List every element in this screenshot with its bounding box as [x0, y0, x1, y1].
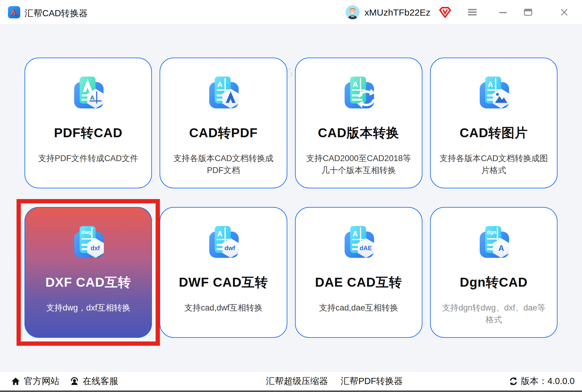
pdf-to-cad-icon: A — [70, 74, 107, 111]
super-compressor-link[interactable]: 汇帮超级压缩器 — [266, 372, 328, 391]
svg-text:dAE: dAE — [360, 245, 372, 251]
minimize-button[interactable] — [497, 7, 508, 18]
main-area: 1765394957 A PDF转CAD 支持PDF文件转成CAD文件 — [0, 24, 582, 371]
window-bottom-edge — [0, 390, 582, 392]
card-title: CAD转PDF — [160, 124, 286, 141]
menu-button[interactable] — [467, 7, 478, 18]
super-compressor-label: 汇帮超级压缩器 — [266, 375, 328, 387]
svg-text:dwf: dwf — [225, 245, 235, 251]
card-title: PDF转CAD — [25, 124, 151, 141]
cad-to-pdf-icon: A — [205, 74, 242, 111]
close-button[interactable] — [559, 7, 570, 18]
card-dgn-to-cad[interactable]: dgn A Dgn转CAD 支持dgn转dwg、dxf、dae等格式 — [430, 207, 557, 338]
pdf-converter-label: 汇帮PDF转换器 — [341, 375, 403, 387]
card-subtitle: 支持各版本CAD文档转换成图片格式 — [431, 153, 557, 176]
pdf-converter-link[interactable]: 汇帮PDF转换器 — [341, 372, 403, 391]
card-subtitle: 支持各版本CAD文档转换成PDF文档 — [160, 153, 286, 176]
card-subtitle: 支持cad,dae互相转换 — [296, 302, 422, 314]
svg-text:A: A — [217, 80, 222, 89]
dxf-cad-convert-icon: dwg dxf — [70, 224, 107, 260]
svg-text:A: A — [488, 80, 493, 89]
svg-text:A: A — [90, 94, 94, 101]
dae-cad-convert-icon: A dAE — [340, 224, 377, 260]
svg-text:A: A — [217, 230, 222, 238]
svg-text:A: A — [498, 243, 504, 253]
svg-text:dwg: dwg — [81, 229, 92, 235]
card-dxf-cad-convert[interactable]: dwg dxf DXF CAD互转 支持dwg，dxf互相转换 — [25, 207, 152, 338]
version-check[interactable]: 版本：4.0.0.0 — [509, 372, 575, 391]
app-title: 汇帮CAD转换器 — [25, 7, 88, 20]
svg-text:dgn: dgn — [487, 229, 496, 235]
app-logo-icon: A — [8, 6, 20, 18]
home-icon — [11, 377, 20, 386]
username[interactable]: xMUzhTFb22Ez — [365, 7, 430, 18]
svg-text:A: A — [353, 230, 358, 238]
card-title: CAD版本转换 — [296, 124, 422, 141]
official-website-label: 官方网站 — [24, 375, 59, 387]
svg-text:A: A — [353, 80, 358, 89]
user-avatar[interactable] — [346, 5, 360, 19]
card-title: Dgn转CAD — [431, 274, 557, 291]
official-website-link[interactable]: 官方网站 — [11, 372, 59, 391]
dgn-to-cad-icon: dgn A — [475, 224, 512, 260]
card-title: DAE CAD互转 — [296, 274, 422, 291]
card-dae-cad-convert[interactable]: A dAE DAE CAD互转 支持cad,dae互相转换 — [295, 207, 422, 338]
card-subtitle: 支持dgn转dwg、dxf、dae等格式 — [431, 302, 557, 326]
card-title: CAD转图片 — [431, 124, 557, 141]
card-cad-version-convert[interactable]: A CAD版本转换 支持CAD2000至CAD2018等几十个版本互相转换 — [295, 58, 422, 188]
title-bar: A 汇帮CAD转换器 xMUzhTFb22Ez — [0, 0, 582, 24]
dwf-cad-convert-icon: A dwf — [205, 224, 242, 260]
cad-to-image-icon: A — [475, 74, 512, 111]
online-service-label: 在线客服 — [83, 375, 118, 387]
selection-highlight-frame: dwg dxf DXF CAD互转 支持dwg，dxf互相转换 — [17, 199, 160, 346]
vip-badge-icon[interactable] — [439, 6, 452, 19]
app-logo-letter: A — [11, 8, 17, 17]
customer-service-icon — [70, 377, 79, 386]
footer-bar: 官方网站 在线客服 汇帮超级压缩器 汇帮PDF转换器 版本：4.0.0.0 — [0, 371, 582, 390]
refresh-icon — [509, 377, 518, 386]
card-title: DWF CAD互转 — [160, 274, 286, 291]
online-service-link[interactable]: 在线客服 — [70, 372, 118, 391]
card-cad-to-pdf[interactable]: A CAD转PDF 支持各版本CAD文档转换成PDF文档 — [160, 58, 287, 188]
cad-version-convert-icon: A — [340, 74, 377, 111]
card-title: DXF CAD互转 — [25, 274, 151, 291]
card-subtitle: 支持CAD2000至CAD2018等几十个版本互相转换 — [296, 153, 422, 176]
card-subtitle: 支持PDF文件转成CAD文件 — [25, 153, 151, 164]
card-subtitle: 支持cad,dwf互相转换 — [160, 302, 286, 314]
card-subtitle: 支持dwg，dxf互相转换 — [25, 302, 151, 314]
maximize-button[interactable] — [523, 7, 534, 18]
card-pdf-to-cad[interactable]: A PDF转CAD 支持PDF文件转成CAD文件 — [25, 58, 152, 188]
highlighted-cell: dwg dxf DXF CAD互转 支持dwg，dxf互相转换 — [25, 207, 152, 338]
card-cad-to-image[interactable]: A CAD转图片 支持各版本CAD文档转换成图片格式 — [430, 58, 557, 188]
version-label: 版本：4.0.0.0 — [521, 375, 575, 387]
card-dwf-cad-convert[interactable]: A dwf DWF CAD互转 支持cad,dwf互相转换 — [160, 207, 287, 338]
svg-text:dxf: dxf — [91, 245, 100, 251]
